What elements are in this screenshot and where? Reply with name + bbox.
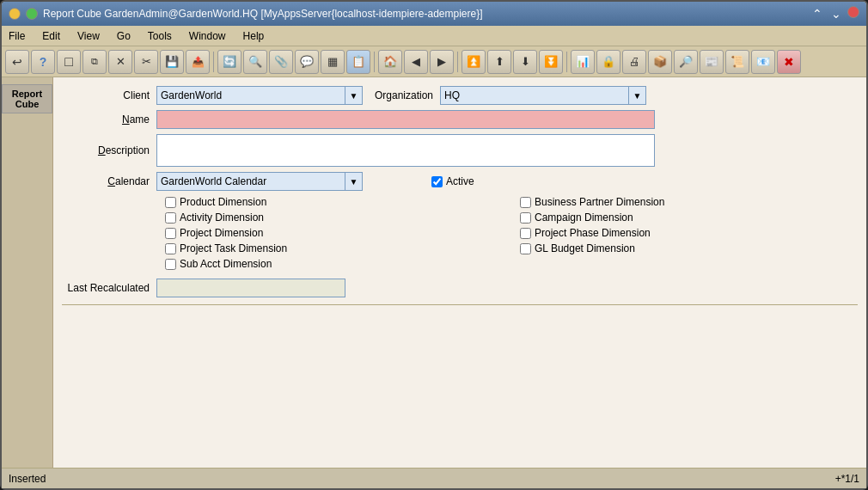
toolbar-sep-1 xyxy=(213,52,214,72)
active-checkbox[interactable] xyxy=(431,176,443,187)
product-dimension-label: Product Dimension xyxy=(180,196,266,208)
report-button[interactable]: 📊 xyxy=(571,50,595,74)
delete-button[interactable]: ✕ xyxy=(108,50,132,74)
title-bar-left: Report Cube GardenAdmin@GardenWorld.HQ [… xyxy=(9,8,483,20)
hist2-button[interactable]: 📜 xyxy=(725,50,749,74)
close-button[interactable] xyxy=(847,6,859,18)
project-phase-dimension-checkbox[interactable] xyxy=(520,228,531,239)
project-task-dimension-checkbox[interactable] xyxy=(165,243,176,254)
chat-button[interactable]: 💬 xyxy=(295,50,319,74)
project-dimension-checkbox[interactable] xyxy=(165,228,176,239)
calendar-label: Calendar xyxy=(62,175,156,187)
prev-window-button[interactable]: ◀ xyxy=(404,50,428,74)
menu-window[interactable]: Window xyxy=(186,28,229,44)
gl-budget-dimension-checkbox[interactable] xyxy=(520,243,531,254)
form-button[interactable]: 📋 xyxy=(346,50,370,74)
lock-button[interactable]: 🔒 xyxy=(596,50,620,74)
dimension-checkboxes: Product Dimension Business Partner Dimen… xyxy=(165,196,858,270)
gl-budget-dimension-row: GL Budget Dimension xyxy=(520,242,858,254)
last-button[interactable]: ⏬ xyxy=(539,50,563,74)
menu-bar: File Edit View Go Tools Window Help xyxy=(2,26,866,46)
title-bar-controls: ⌃ ⌄ xyxy=(810,6,859,21)
back-button[interactable]: ↩ xyxy=(5,50,29,74)
prev-button[interactable]: ⬆ xyxy=(487,50,511,74)
calendar-dropdown[interactable]: ▼ xyxy=(345,172,363,191)
grid-button[interactable]: ▦ xyxy=(321,50,345,74)
org-label: Organization xyxy=(363,89,440,101)
menu-tools[interactable]: Tools xyxy=(144,28,175,44)
activity-dimension-checkbox[interactable] xyxy=(165,212,176,224)
sidebar-label: Report Cube xyxy=(2,84,52,113)
client-org-row: Client GardenWorld ▼ Organization HQ ▼ xyxy=(62,86,858,105)
toolbar-sep-3 xyxy=(457,52,458,72)
window-minimize-ctrl[interactable]: ⌃ xyxy=(810,6,825,21)
attach-button[interactable]: 📎 xyxy=(269,50,293,74)
project-dimension-label: Project Dimension xyxy=(180,227,263,239)
project-phase-dimension-label: Project Phase Dimension xyxy=(535,227,651,239)
main-window: Report Cube GardenAdmin@GardenWorld.HQ [… xyxy=(0,0,868,490)
bp-dimension-row: Business Partner Dimension xyxy=(520,196,858,208)
calendar-input[interactable] xyxy=(156,172,345,191)
save-button[interactable]: 💾 xyxy=(160,50,184,74)
print-button[interactable]: 🖨 xyxy=(622,50,646,74)
window-restore-ctrl[interactable]: ⌄ xyxy=(828,6,844,21)
new-button[interactable]: □ xyxy=(57,50,81,74)
next-button[interactable]: ⬇ xyxy=(513,50,537,74)
empty-cell xyxy=(520,258,858,270)
help-button[interactable]: ? xyxy=(31,50,55,74)
refresh-button[interactable]: 🔄 xyxy=(217,50,241,74)
close-btn[interactable]: ✖ xyxy=(777,50,801,74)
activity-dimension-label: Activity Dimension xyxy=(180,211,264,224)
save-local-button[interactable]: 📤 xyxy=(186,50,210,74)
campaign-dimension-row: Campaign Dimension xyxy=(520,211,858,224)
toolbar-sep-2 xyxy=(374,52,375,72)
last-recalculated-label: Last Recalculated xyxy=(62,282,156,294)
org-input[interactable]: HQ xyxy=(440,86,629,105)
name-input[interactable] xyxy=(156,110,655,129)
maximize-button[interactable] xyxy=(26,8,38,20)
zoom-button[interactable]: 🔎 xyxy=(674,50,698,74)
content-area: Report Cube Client GardenWorld ▼ Organiz… xyxy=(2,77,866,468)
mail-button[interactable]: 📧 xyxy=(751,50,775,74)
gl-budget-dimension-label: GL Budget Dimension xyxy=(535,242,635,254)
minimize-button[interactable] xyxy=(9,8,21,20)
calendar-active-row: Calendar ▼ Active xyxy=(62,172,858,191)
menu-view[interactable]: View xyxy=(74,28,103,44)
next-window-button[interactable]: ▶ xyxy=(430,50,454,74)
hist1-button[interactable]: 📰 xyxy=(700,50,724,74)
client-dropdown[interactable]: ▼ xyxy=(345,86,363,105)
sidebar-label-line2: Cube xyxy=(6,99,48,109)
record-info: +*1/1 xyxy=(835,473,859,485)
find-button[interactable]: 🔍 xyxy=(243,50,267,74)
last-recalculated-input[interactable] xyxy=(156,279,345,297)
copy-button[interactable]: ⧉ xyxy=(83,50,107,74)
project-task-dimension-label: Project Task Dimension xyxy=(180,242,287,254)
sub-acct-dimension-row: Sub Acct Dimension xyxy=(165,258,503,270)
campaign-dimension-checkbox[interactable] xyxy=(520,212,531,224)
first-button[interactable]: ⏫ xyxy=(462,50,486,74)
menu-go[interactable]: Go xyxy=(113,28,134,44)
project-phase-dimension-row: Project Phase Dimension xyxy=(520,227,858,239)
menu-edit[interactable]: Edit xyxy=(39,28,64,44)
name-label: Name xyxy=(62,113,156,126)
form-divider xyxy=(62,304,858,305)
menu-file[interactable]: File xyxy=(5,28,28,44)
archive-button[interactable]: 📦 xyxy=(648,50,672,74)
campaign-dimension-label: Campaign Dimension xyxy=(535,211,633,224)
bp-dimension-label: Business Partner Dimension xyxy=(535,196,664,208)
org-dropdown[interactable]: ▼ xyxy=(629,86,646,105)
delete-sel-button[interactable]: ✂ xyxy=(134,50,158,74)
home-button[interactable]: 🏠 xyxy=(378,50,402,74)
description-input[interactable] xyxy=(156,134,655,167)
bp-dimension-checkbox[interactable] xyxy=(520,197,531,208)
product-dimension-checkbox[interactable] xyxy=(165,197,176,208)
client-label: Client xyxy=(62,89,156,101)
sub-acct-dimension-checkbox[interactable] xyxy=(165,259,176,270)
sidebar: Report Cube xyxy=(2,77,53,468)
active-row: Active xyxy=(431,175,474,187)
project-dimension-row: Project Dimension xyxy=(165,227,503,239)
client-input[interactable]: GardenWorld xyxy=(156,86,345,105)
activity-dimension-row: Activity Dimension xyxy=(165,211,503,224)
menu-help[interactable]: Help xyxy=(240,28,268,44)
status-bar: Inserted +*1/1 xyxy=(2,468,866,488)
